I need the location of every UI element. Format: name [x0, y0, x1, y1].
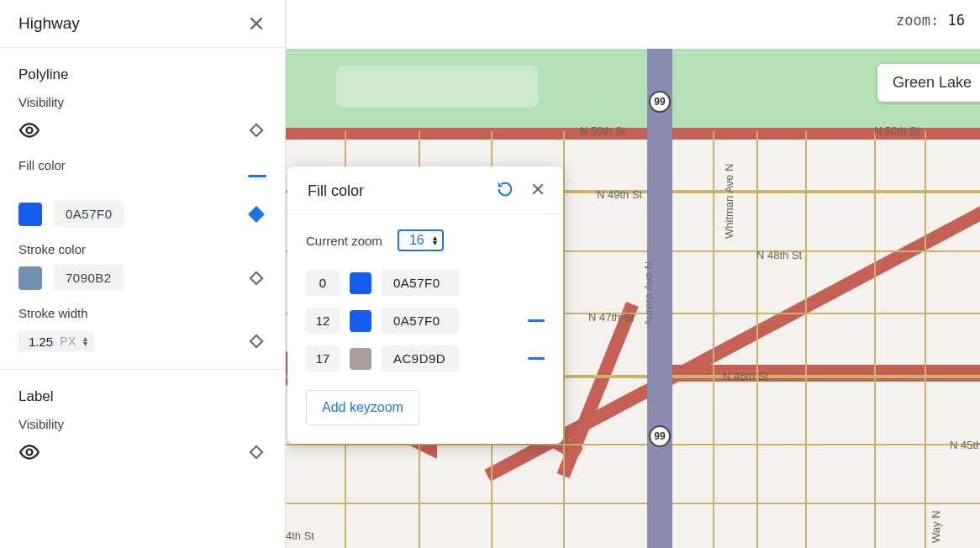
- label-header: Label: [18, 388, 266, 405]
- route-shield-icon: 99: [649, 425, 671, 447]
- close-icon[interactable]: [530, 181, 546, 201]
- keyzoom-marker-icon[interactable]: [246, 442, 266, 462]
- street-label: Whitman Ave N: [723, 164, 735, 239]
- keyzoom-marker-active-icon[interactable]: [246, 204, 266, 224]
- keyzoom-hex[interactable]: 0A57F0: [382, 270, 459, 296]
- popup-title: Fill color: [308, 182, 364, 200]
- street-label: N 47th St: [588, 311, 634, 324]
- keyzoom-hex[interactable]: 0A57F0: [382, 308, 459, 334]
- stroke-width-input[interactable]: 1.25 PX ▴▾: [18, 331, 94, 352]
- svg-point-0: [27, 128, 33, 134]
- sidebar-title: Highway: [18, 14, 80, 33]
- keyzoom-swatch[interactable]: [350, 310, 371, 332]
- street-label: N 48th St: [756, 249, 802, 261]
- route-shield-icon: 99: [649, 91, 671, 113]
- street-label: N 46th St: [723, 370, 768, 382]
- keyzoom-row: 00A57F0: [306, 270, 545, 296]
- polyline-header: Polyline: [18, 66, 266, 83]
- stroke-width-label: Stroke width: [18, 306, 266, 320]
- label-visibility-label: Visibility: [18, 417, 266, 431]
- street-label: N 45th St: [950, 439, 980, 451]
- fill-color-dash-icon[interactable]: [248, 175, 266, 177]
- fill-color-keyzoom-popup: Fill color Current zoom 16 ▴▾: [287, 166, 563, 444]
- street-label: N 50th St: [580, 124, 625, 137]
- street-label: N 50th St: [874, 124, 919, 137]
- zoom-readout: zoom: 16: [893, 10, 968, 30]
- highway-label-aurora: Aurora Ave N: [642, 261, 655, 326]
- stepper-icon[interactable]: ▴▾: [433, 235, 437, 245]
- stroke-width-value: 1.25: [29, 335, 53, 349]
- keyzoom-zoom-input[interactable]: 12: [306, 308, 340, 334]
- current-zoom-label: Current zoom: [306, 234, 382, 248]
- stroke-color-hex[interactable]: 7090B2: [54, 265, 124, 291]
- keyzoom-row: 17AC9D9D: [306, 345, 545, 371]
- map-area[interactable]: zoom: 16: [286, 0, 980, 548]
- fill-color-swatch[interactable]: [18, 203, 42, 226]
- stroke-color-swatch[interactable]: [18, 266, 42, 290]
- stepper-icon[interactable]: ▴▾: [83, 336, 87, 346]
- eye-icon[interactable]: [18, 119, 40, 141]
- stroke-width-unit: PX: [60, 335, 76, 348]
- place-chip-greenlake[interactable]: Green Lake: [877, 64, 980, 102]
- street-label: N 49th St: [597, 188, 642, 201]
- keyzoom-zoom-input[interactable]: 0: [306, 270, 340, 296]
- remove-keyzoom-icon[interactable]: [528, 319, 545, 322]
- keyzoom-hex[interactable]: AC9D9D: [382, 345, 459, 371]
- svg-point-1: [27, 450, 33, 456]
- keyzoom-zoom-input[interactable]: 17: [306, 345, 340, 371]
- sidebar-header: Highway: [0, 0, 285, 48]
- remove-keyzoom-icon[interactable]: [528, 357, 545, 360]
- current-zoom-value: 16: [409, 233, 424, 248]
- add-keyzoom-button[interactable]: Add keyzoom: [306, 390, 419, 425]
- fill-color-label: Fill color: [18, 158, 266, 172]
- keyzoom-marker-icon[interactable]: [246, 120, 266, 140]
- stroke-color-label: Stroke color: [18, 242, 266, 256]
- street-label: 4th St: [286, 530, 314, 542]
- reset-icon[interactable]: [496, 180, 514, 202]
- keyzoom-marker-icon[interactable]: [246, 331, 266, 351]
- keyzoom-swatch[interactable]: [350, 272, 371, 294]
- sidebar: Highway Polyline Visibility Fill color: [0, 0, 286, 548]
- fill-color-hex[interactable]: 0A57F0: [54, 201, 124, 227]
- keyzoom-marker-icon[interactable]: [246, 268, 266, 288]
- eye-icon[interactable]: [18, 441, 40, 463]
- close-icon[interactable]: [246, 13, 266, 34]
- street-label: Way N: [930, 510, 942, 543]
- keyzoom-row: 120A57F0: [306, 308, 545, 334]
- keyzoom-swatch[interactable]: [350, 348, 371, 370]
- current-zoom-stepper[interactable]: 16 ▴▾: [398, 229, 444, 251]
- visibility-label: Visibility: [18, 95, 266, 109]
